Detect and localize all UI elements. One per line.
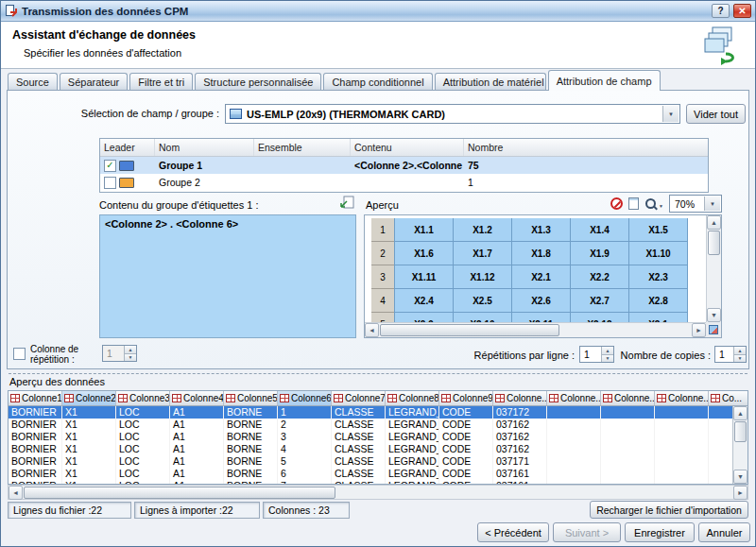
column-header[interactable]: Colonne7 [332,391,386,406]
data-row[interactable]: BORNIERX1LOCA1BORNE4CLASSELEGRAND_...COD… [9,443,747,455]
repeat-column-spinner[interactable]: 1 [102,345,137,362]
data-cell: BORNIER [9,455,62,468]
spinner-buttons [124,346,136,361]
scroll-up-button[interactable] [707,215,721,230]
data-cell: 3 [278,431,332,443]
scroll-thumb[interactable] [708,231,720,255]
data-cell: LOC [116,443,170,455]
tab-champ-conditionnel[interactable]: Champ conditionnel [323,73,432,91]
help-button[interactable]: ? [712,4,730,18]
data-cell [547,431,601,443]
scroll-down-button[interactable] [733,470,747,484]
preview-label: Aperçu [366,199,399,211]
save-button[interactable]: Enregistrer [625,522,695,542]
scroll-up-button[interactable] [733,406,747,420]
data-cell: 037172 [493,406,547,419]
spinner-buttons [733,347,746,362]
leader-checkbox[interactable]: ✓ [104,160,116,172]
scroll-right-button[interactable] [733,486,747,500]
preview-row: 4X2.4X2.5X2.6X2.7X2.8 [371,289,705,313]
data-row[interactable]: BORNIERX1LOCA1BORNE5CLASSELEGRAND_...COD… [9,455,747,468]
column-icon [334,394,343,402]
data-cell: A1 [170,431,224,443]
column-header[interactable]: Colonne5 [224,391,278,406]
column-header[interactable]: Colonne4 [170,391,224,406]
group-content-label: Contenu du groupe d'étiquettes 1 : [99,199,258,211]
zoom-dropdown-icon[interactable] [704,197,720,211]
group-content-editor[interactable]: <Colonne 2> . <Colonne 6> [99,214,356,338]
status-lines-file: Lignes du fichier :22 [8,502,131,519]
previous-button[interactable]: < Précédent [477,522,549,542]
tab-attribution-de-materiel[interactable]: Attribution de matériel [435,73,546,91]
column-header[interactable]: Colonne... [655,391,709,406]
tab-structure-personnalisee[interactable]: Structure personnalisée [195,73,321,91]
zoom-level-combobox[interactable]: 70% [669,195,722,213]
data-cell: A1 [170,443,224,455]
column-header[interactable]: Colonne9 [439,391,493,406]
groups-header-nombre[interactable]: Nombre [464,139,708,156]
reload-import-file-button[interactable]: Recharger le fichier d'importation [590,501,748,519]
field-group-combobox[interactable]: US-EMLP (20x9) (THERMOMARK CARD) [225,104,680,124]
groups-header-contenu[interactable]: Contenu [351,139,464,156]
scroll-left-button[interactable] [365,323,379,337]
groups-header-ensemble[interactable]: Ensemble [254,139,351,156]
column-header[interactable]: Colonne1 [9,391,62,406]
repeat-column-checkbox[interactable] [13,348,26,360]
column-header[interactable]: Colonne... [493,391,547,406]
repetitions-per-line-spinner[interactable]: 1 [579,346,614,363]
cancel-button[interactable]: Annuler [698,522,750,542]
spinner-down-button[interactable] [124,353,136,362]
scroll-left-button[interactable] [9,486,23,500]
column-header[interactable]: Colonne... [601,391,655,406]
data-row[interactable]: BORNIERX1LOCA1BORNE2CLASSELEGRAND_...COD… [9,419,747,431]
column-header[interactable]: Colonne2 [62,391,116,406]
copies-spinner[interactable]: 1 [714,346,747,363]
scroll-right-button[interactable] [692,323,706,337]
data-cell: BORNE [224,419,278,431]
group-row[interactable]: ✓Groupe 1<Colonne 2>.<Colonne 6>75 [100,157,708,174]
column-header[interactable]: Colonne6 [278,391,332,406]
spinner-value: 1 [584,349,599,360]
groups-header-nom[interactable]: Nom [155,139,254,156]
data-row[interactable]: BORNIERX1LOCA1BORNE3CLASSELEGRAND_...COD… [9,431,747,443]
data-row[interactable]: BORNIERX1LOCA1BORNE1CLASSELEGRAND_...COD… [9,406,747,419]
column-header[interactable]: Co... [709,391,748,406]
insert-field-icon[interactable] [338,195,355,211]
print-preview-icon[interactable] [628,197,639,210]
spinner-down-button[interactable] [733,354,746,363]
spinner-up-button[interactable] [124,346,136,353]
tab-filtre-et-tri[interactable]: Filtre et tri [129,73,193,91]
disable-preview-icon[interactable] [610,197,623,210]
data-cell: 037162 [493,419,547,431]
group-content-text: <Colonne 2> . <Colonne 6> [105,218,238,230]
scroll-thumb[interactable] [380,324,559,336]
scroll-down-button[interactable] [707,308,721,322]
groups-header-leader[interactable]: Leader [100,139,155,156]
group-row[interactable]: Groupe 21 [100,174,708,191]
data-cell: LOC [116,419,170,431]
spinner-value: 1 [107,348,122,359]
group-contenu: <Colonne 2>.<Colonne 6> [351,160,464,171]
preview-row-number: 4 [371,288,395,313]
column-header[interactable]: Colonne3 [116,391,170,406]
scroll-thumb[interactable] [24,487,335,499]
tab-attribution-de-champ[interactable]: Attribution de champ [548,70,661,91]
clear-all-button[interactable]: Vider tout [686,104,746,124]
combo-dropdown-icon[interactable] [662,106,679,122]
leader-checkbox[interactable] [104,177,116,189]
groups-table: Leader Nom Ensemble Contenu Nombre ✓Grou… [99,138,709,193]
column-icon [657,394,666,402]
data-cell [655,406,709,419]
column-header[interactable]: Colonne... [547,391,601,406]
column-header[interactable]: Colonne8 [386,391,439,406]
tab-source[interactable]: Source [8,73,58,91]
close-button[interactable]: ✕ [733,4,751,18]
spinner-up-button[interactable] [733,347,746,354]
data-cell [655,419,709,431]
zoom-tool-button[interactable] [644,197,663,211]
scroll-thumb[interactable] [734,421,747,442]
data-row[interactable]: BORNIERX1LOCA1BORNE6CLASSELEGRAND_...COD… [9,468,747,480]
preview-cell: X1.2 [453,218,512,242]
tab-separateur[interactable]: Séparateur [60,73,128,91]
data-cell: X1 [62,419,116,431]
